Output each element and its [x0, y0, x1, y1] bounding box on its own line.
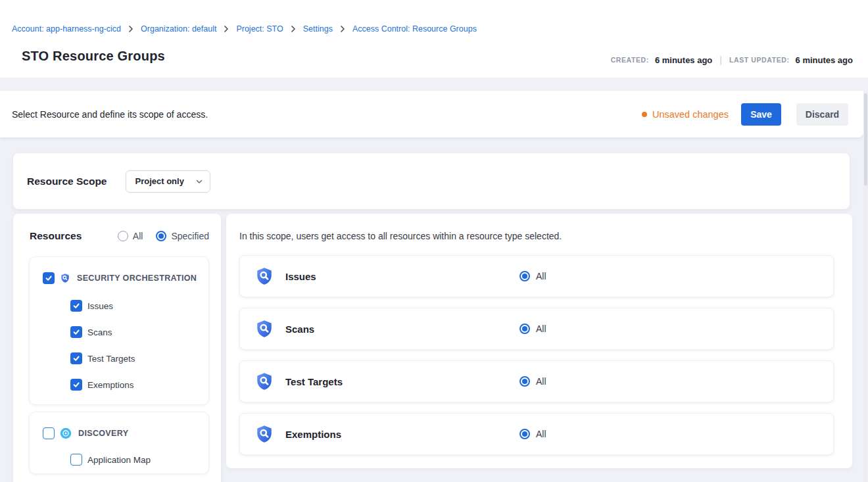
tree-item-label: Test Targets: [87, 354, 135, 364]
radio-all-label: All: [133, 231, 143, 241]
created-value: 6 minutes ago: [655, 55, 712, 65]
toolbar-description: Select Resource and define its scope of …: [12, 109, 208, 120]
tree-row-application-map: Application Map: [70, 453, 151, 466]
scope-hint-text: In this scope, users get access to all r…: [239, 231, 562, 241]
page-header: Account: app-harness-ng-cicd Organizatio…: [0, 0, 868, 78]
breadcrumb-link-account[interactable]: Account: app-harness-ng-cicd: [12, 24, 121, 34]
resource-scope-label: Resource Scope: [27, 176, 107, 187]
group-label: SECURITY ORCHESTRATION: [77, 274, 197, 283]
resource-card-exemptions: Exemptions All: [239, 413, 834, 455]
sto-shield-icon: [60, 273, 70, 283]
tree-row-security-orchestration: SECURITY ORCHESTRATION: [43, 272, 197, 285]
last-updated-label: LAST UPDATED:: [729, 56, 790, 64]
radio-all[interactable]: [519, 429, 530, 439]
breadcrumb-link-project[interactable]: Project: STO: [236, 24, 283, 34]
resources-panel-title: Resources: [30, 230, 105, 242]
breadcrumb: Account: app-harness-ng-cicd Organizatio…: [12, 24, 477, 34]
tree-row-test-targets: Test Targets: [70, 352, 135, 365]
save-button[interactable]: Save: [741, 103, 781, 126]
resource-card-scans: Scans All: [239, 308, 834, 350]
tree-item-label: Exemptions: [87, 380, 134, 390]
access-all-label: All: [536, 429, 546, 439]
radio-all[interactable]: [519, 271, 530, 281]
radio-all[interactable]: [118, 231, 128, 241]
sto-shield-icon: [254, 319, 274, 339]
group-label: DISCOVERY: [78, 429, 128, 438]
tree-item-label: Issues: [87, 301, 113, 311]
checkbox-issues[interactable]: [70, 300, 82, 312]
chevron-right-icon: [339, 25, 347, 33]
tree-item-label: Scans: [87, 327, 112, 337]
access-all-label: All: [536, 271, 546, 281]
tree-item-label: Application Map: [87, 455, 151, 465]
radio-all[interactable]: [519, 376, 530, 387]
access-all-label: All: [536, 324, 546, 334]
resource-card-title: Issues: [285, 271, 316, 282]
last-updated-value: 6 minutes ago: [796, 55, 853, 65]
resource-scope-select[interactable]: Project only: [126, 170, 210, 193]
discovery-target-icon: [60, 427, 72, 439]
access-all-label: All: [536, 376, 546, 387]
resource-group-security-orchestration: SECURITY ORCHESTRATION Issues Scans Test…: [29, 256, 209, 405]
action-toolbar: Select Resource and define its scope of …: [0, 91, 863, 137]
resource-group-discovery: DISCOVERY Application Map: [29, 412, 209, 474]
checkbox-exemptions[interactable]: [70, 379, 82, 391]
checkbox-test-targets[interactable]: [70, 352, 82, 364]
tree-row-discovery: DISCOVERY: [43, 427, 128, 440]
chevron-right-icon: [289, 25, 297, 33]
page-title: STO Resource Groups: [22, 49, 165, 64]
resource-scope-selected-value: Project only: [135, 176, 183, 186]
tree-row-exemptions: Exemptions: [70, 378, 134, 391]
breadcrumb-link-settings[interactable]: Settings: [303, 24, 333, 34]
checkbox-application-map[interactable]: [70, 454, 82, 466]
divider: |: [718, 55, 723, 65]
sto-shield-icon: [254, 266, 274, 286]
access-all-option[interactable]: All: [519, 429, 546, 439]
radio-all[interactable]: [519, 324, 530, 334]
chevron-right-icon: [222, 25, 230, 33]
tree-row-scans: Scans: [70, 325, 112, 339]
breadcrumb-link-organization[interactable]: Organization: default: [141, 24, 216, 34]
resources-mode-all-option[interactable]: All: [118, 231, 143, 241]
tree-row-issues: Issues: [70, 299, 113, 312]
sto-shield-icon: [254, 372, 274, 391]
sto-shield-icon: [254, 424, 274, 444]
chevron-down-icon: [195, 178, 203, 185]
radio-specified-label: Specified: [171, 231, 209, 241]
access-all-option[interactable]: All: [519, 376, 546, 387]
unsaved-changes-dot-icon: [642, 112, 647, 117]
checkbox-security-orchestration[interactable]: [43, 272, 55, 284]
chevron-right-icon: [127, 25, 135, 33]
timestamps: CREATED: 6 minutes ago | LAST UPDATED: 6…: [611, 55, 853, 65]
created-label: CREATED:: [611, 56, 649, 64]
scrollbar-thumb[interactable]: [864, 93, 867, 185]
resource-card-title: Scans: [285, 324, 314, 335]
resource-card-title: Exemptions: [285, 429, 341, 440]
resource-access-panel: In this scope, users get access to all r…: [226, 214, 852, 468]
checkbox-scans[interactable]: [70, 326, 82, 338]
access-all-option[interactable]: All: [519, 324, 546, 334]
unsaved-changes-label: Unsaved changes: [652, 109, 729, 120]
checkbox-discovery[interactable]: [43, 427, 55, 439]
resources-panel: Resources All Specified SECURITY ORCHEST…: [13, 214, 221, 482]
resource-card-title: Test Targets: [285, 376, 343, 387]
access-all-option[interactable]: All: [519, 271, 546, 281]
resource-scope-card: Resource Scope Project only: [13, 153, 850, 209]
resource-card-test-targets: Test Targets All: [239, 360, 834, 402]
breadcrumb-link-resource-groups[interactable]: Access Control: Resource Groups: [352, 24, 477, 34]
discard-button[interactable]: Discard: [796, 103, 848, 126]
resource-card-issues: Issues All: [239, 255, 834, 297]
resources-mode-specified-option[interactable]: Specified: [156, 231, 209, 241]
radio-specified[interactable]: [156, 231, 166, 241]
